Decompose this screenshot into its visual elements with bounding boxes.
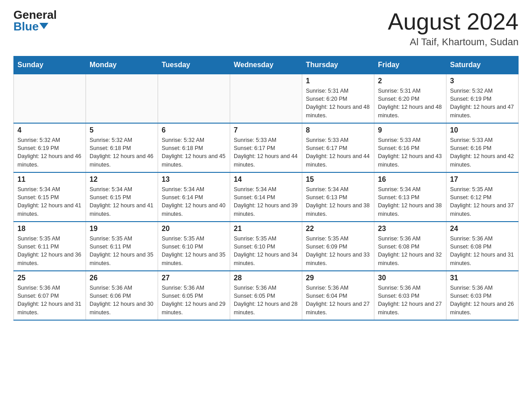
calendar-cell: 27Sunrise: 5:36 AMSunset: 6:05 PMDayligh…	[158, 271, 230, 320]
day-number: 20	[162, 225, 226, 233]
day-info: Sunrise: 5:35 AMSunset: 6:11 PMDaylight:…	[17, 235, 82, 267]
day-info: Sunrise: 5:35 AMSunset: 6:10 PMDaylight:…	[234, 235, 298, 267]
day-info: Sunrise: 5:34 AMSunset: 6:15 PMDaylight:…	[90, 185, 154, 218]
day-info: Sunrise: 5:34 AMSunset: 6:15 PMDaylight:…	[17, 185, 82, 218]
calendar-cell	[158, 74, 230, 123]
header-thursday: Thursday	[302, 56, 374, 74]
day-number: 16	[378, 176, 442, 184]
calendar-header-row: SundayMondayTuesdayWednesdayThursdayFrid…	[14, 56, 519, 74]
day-number: 12	[90, 176, 154, 184]
calendar-cell: 15Sunrise: 5:34 AMSunset: 6:13 PMDayligh…	[302, 172, 374, 222]
calendar-cell: 4Sunrise: 5:32 AMSunset: 6:19 PMDaylight…	[14, 123, 86, 172]
calendar-cell: 24Sunrise: 5:36 AMSunset: 6:08 PMDayligh…	[446, 222, 519, 271]
day-info: Sunrise: 5:36 AMSunset: 6:05 PMDaylight:…	[234, 284, 298, 317]
day-info: Sunrise: 5:31 AMSunset: 6:20 PMDaylight:…	[306, 87, 370, 120]
day-info: Sunrise: 5:36 AMSunset: 6:07 PMDaylight:…	[17, 284, 82, 317]
calendar-cell: 14Sunrise: 5:34 AMSunset: 6:14 PMDayligh…	[230, 172, 302, 222]
calendar-cell: 25Sunrise: 5:36 AMSunset: 6:07 PMDayligh…	[14, 271, 86, 320]
day-number: 23	[378, 225, 442, 233]
header-friday: Friday	[374, 56, 446, 74]
day-info: Sunrise: 5:35 AMSunset: 6:09 PMDaylight:…	[306, 235, 370, 267]
calendar-cell: 2Sunrise: 5:31 AMSunset: 6:20 PMDaylight…	[374, 74, 446, 123]
day-number: 2	[378, 77, 442, 85]
header-sunday: Sunday	[14, 56, 86, 74]
day-info: Sunrise: 5:34 AMSunset: 6:13 PMDaylight:…	[378, 185, 442, 218]
month-title: August 2024	[388, 9, 519, 34]
day-number: 19	[90, 225, 154, 233]
day-info: Sunrise: 5:33 AMSunset: 6:16 PMDaylight:…	[450, 136, 515, 169]
day-number: 18	[17, 225, 82, 233]
day-number: 15	[306, 176, 370, 184]
calendar-cell: 17Sunrise: 5:35 AMSunset: 6:12 PMDayligh…	[446, 172, 519, 222]
day-number: 27	[162, 274, 226, 282]
day-number: 17	[450, 176, 515, 184]
day-info: Sunrise: 5:36 AMSunset: 6:03 PMDaylight:…	[450, 284, 515, 317]
calendar-cell	[14, 74, 86, 123]
day-info: Sunrise: 5:35 AMSunset: 6:10 PMDaylight:…	[162, 235, 226, 267]
calendar-cell: 18Sunrise: 5:35 AMSunset: 6:11 PMDayligh…	[14, 222, 86, 271]
day-info: Sunrise: 5:32 AMSunset: 6:19 PMDaylight:…	[450, 87, 515, 120]
day-number: 1	[306, 77, 370, 85]
logo-triangle-icon	[39, 23, 48, 29]
day-info: Sunrise: 5:32 AMSunset: 6:18 PMDaylight:…	[90, 136, 154, 169]
calendar-cell: 3Sunrise: 5:32 AMSunset: 6:19 PMDaylight…	[446, 74, 519, 123]
day-number: 9	[378, 126, 442, 134]
day-info: Sunrise: 5:31 AMSunset: 6:20 PMDaylight:…	[378, 87, 442, 120]
calendar-cell: 1Sunrise: 5:31 AMSunset: 6:20 PMDaylight…	[302, 74, 374, 123]
logo-blue-text: Blue	[13, 21, 48, 32]
day-number: 24	[450, 225, 515, 233]
page-header: General Blue August 2024 Al Taif, Kharto…	[13, 9, 519, 48]
day-number: 11	[17, 176, 82, 184]
calendar-cell: 21Sunrise: 5:35 AMSunset: 6:10 PMDayligh…	[230, 222, 302, 271]
day-number: 30	[378, 274, 442, 282]
calendar-cell: 29Sunrise: 5:36 AMSunset: 6:04 PMDayligh…	[302, 271, 374, 320]
calendar-cell: 13Sunrise: 5:34 AMSunset: 6:14 PMDayligh…	[158, 172, 230, 222]
day-info: Sunrise: 5:34 AMSunset: 6:14 PMDaylight:…	[234, 185, 298, 218]
day-number: 13	[162, 176, 226, 184]
calendar-cell: 20Sunrise: 5:35 AMSunset: 6:10 PMDayligh…	[158, 222, 230, 271]
calendar-cell: 10Sunrise: 5:33 AMSunset: 6:16 PMDayligh…	[446, 123, 519, 172]
day-info: Sunrise: 5:36 AMSunset: 6:08 PMDaylight:…	[450, 235, 515, 267]
title-block: August 2024 Al Taif, Khartoum, Sudan	[388, 9, 519, 48]
header-wednesday: Wednesday	[230, 56, 302, 74]
calendar-cell	[230, 74, 302, 123]
logo-general-text: General	[13, 9, 57, 21]
calendar-week-row: 25Sunrise: 5:36 AMSunset: 6:07 PMDayligh…	[14, 271, 519, 320]
day-info: Sunrise: 5:33 AMSunset: 6:16 PMDaylight:…	[378, 136, 442, 169]
day-number: 10	[450, 126, 515, 134]
calendar-cell: 31Sunrise: 5:36 AMSunset: 6:03 PMDayligh…	[446, 271, 519, 320]
day-info: Sunrise: 5:32 AMSunset: 6:18 PMDaylight:…	[162, 136, 226, 169]
day-info: Sunrise: 5:33 AMSunset: 6:17 PMDaylight:…	[306, 136, 370, 169]
calendar-cell: 28Sunrise: 5:36 AMSunset: 6:05 PMDayligh…	[230, 271, 302, 320]
calendar-cell: 19Sunrise: 5:35 AMSunset: 6:11 PMDayligh…	[86, 222, 158, 271]
day-info: Sunrise: 5:36 AMSunset: 6:06 PMDaylight:…	[90, 284, 154, 317]
location-title: Al Taif, Khartoum, Sudan	[388, 36, 519, 48]
day-info: Sunrise: 5:32 AMSunset: 6:19 PMDaylight:…	[17, 136, 82, 169]
calendar-cell: 6Sunrise: 5:32 AMSunset: 6:18 PMDaylight…	[158, 123, 230, 172]
day-number: 22	[306, 225, 370, 233]
calendar-cell: 30Sunrise: 5:36 AMSunset: 6:03 PMDayligh…	[374, 271, 446, 320]
calendar-cell: 26Sunrise: 5:36 AMSunset: 6:06 PMDayligh…	[86, 271, 158, 320]
day-number: 28	[234, 274, 298, 282]
day-number: 25	[17, 274, 82, 282]
day-number: 5	[90, 126, 154, 134]
header-tuesday: Tuesday	[158, 56, 230, 74]
day-number: 29	[306, 274, 370, 282]
day-number: 31	[450, 274, 515, 282]
day-info: Sunrise: 5:35 AMSunset: 6:12 PMDaylight:…	[450, 185, 515, 218]
day-info: Sunrise: 5:33 AMSunset: 6:17 PMDaylight:…	[234, 136, 298, 169]
calendar-cell: 5Sunrise: 5:32 AMSunset: 6:18 PMDaylight…	[86, 123, 158, 172]
logo: General Blue	[13, 9, 57, 32]
calendar-cell	[86, 74, 158, 123]
calendar-cell: 7Sunrise: 5:33 AMSunset: 6:17 PMDaylight…	[230, 123, 302, 172]
day-number: 3	[450, 77, 515, 85]
day-info: Sunrise: 5:36 AMSunset: 6:08 PMDaylight:…	[378, 235, 442, 267]
calendar-cell: 9Sunrise: 5:33 AMSunset: 6:16 PMDaylight…	[374, 123, 446, 172]
day-info: Sunrise: 5:36 AMSunset: 6:05 PMDaylight:…	[162, 284, 226, 317]
day-number: 26	[90, 274, 154, 282]
calendar-week-row: 11Sunrise: 5:34 AMSunset: 6:15 PMDayligh…	[14, 172, 519, 222]
calendar-table: SundayMondayTuesdayWednesdayThursdayFrid…	[13, 56, 519, 321]
header-monday: Monday	[86, 56, 158, 74]
day-number: 7	[234, 126, 298, 134]
calendar-cell: 11Sunrise: 5:34 AMSunset: 6:15 PMDayligh…	[14, 172, 86, 222]
